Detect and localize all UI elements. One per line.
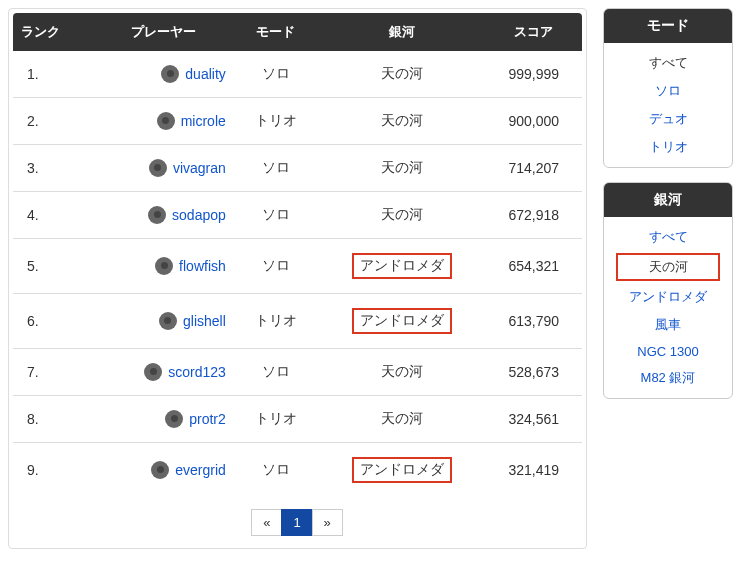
pager-current[interactable]: 1	[281, 509, 312, 536]
mode-cell: ソロ	[234, 349, 318, 396]
player-link[interactable]: protr2	[189, 411, 226, 427]
player-cell: evergrid	[101, 461, 226, 479]
galaxy-filter-item[interactable]: すべて	[608, 223, 728, 251]
galaxy-filter-panel: 銀河 すべて天の河アンドロメダ風車NGC 1300M82 銀河	[603, 182, 733, 399]
pager-next[interactable]: »	[312, 509, 343, 536]
mode-cell: ソロ	[234, 443, 318, 498]
col-mode: モード	[234, 13, 318, 51]
mode-filter-link[interactable]: デュオ	[649, 111, 688, 126]
galaxy-filter-item[interactable]: アンドロメダ	[608, 283, 728, 311]
mode-filter-item[interactable]: ソロ	[608, 77, 728, 105]
pager-prev[interactable]: «	[251, 509, 282, 536]
mode-filter-item[interactable]: トリオ	[608, 133, 728, 161]
mode-cell: トリオ	[234, 396, 318, 443]
avatar-icon	[161, 65, 179, 83]
table-row: 6.glishellトリオアンドロメダ613,790	[13, 294, 582, 349]
rank-cell: 6.	[13, 294, 93, 349]
player-link[interactable]: scord123	[168, 364, 226, 380]
galaxy-cell: アンドロメダ	[352, 457, 452, 483]
player-link[interactable]: duality	[185, 66, 225, 82]
score-cell: 654,321	[486, 239, 582, 294]
rank-cell: 8.	[13, 396, 93, 443]
table-row: 2.microleトリオ天の河900,000	[13, 98, 582, 145]
galaxy-filter-link[interactable]: アンドロメダ	[629, 289, 707, 304]
galaxy-filter-link[interactable]: 風車	[655, 317, 681, 332]
galaxy-cell-wrap: アンドロメダ	[318, 239, 486, 294]
score-cell: 714,207	[486, 145, 582, 192]
col-score: スコア	[486, 13, 582, 51]
mode-cell: トリオ	[234, 294, 318, 349]
galaxy-filter-title: 銀河	[604, 183, 732, 217]
leaderboard-table: ランク プレーヤー モード 銀河 スコア 1.dualityソロ天の河999,9…	[13, 13, 582, 497]
galaxy-filter-link[interactable]: すべて	[649, 229, 688, 244]
galaxy-cell: アンドロメダ	[352, 253, 452, 279]
galaxy-filter-item[interactable]: 天の河	[616, 253, 720, 281]
player-cell: duality	[101, 65, 226, 83]
galaxy-filter-item[interactable]: M82 銀河	[608, 364, 728, 392]
player-cell: flowfish	[101, 257, 226, 275]
avatar-icon	[155, 257, 173, 275]
player-link[interactable]: evergrid	[175, 462, 226, 478]
col-rank: ランク	[13, 13, 93, 51]
player-cell: vivagran	[101, 159, 226, 177]
mode-cell: ソロ	[234, 192, 318, 239]
avatar-icon	[149, 159, 167, 177]
table-row: 1.dualityソロ天の河999,999	[13, 51, 582, 98]
avatar-icon	[165, 410, 183, 428]
player-cell: scord123	[101, 363, 226, 381]
player-cell: protr2	[101, 410, 226, 428]
player-link[interactable]: glishell	[183, 313, 226, 329]
avatar-icon	[157, 112, 175, 130]
rank-cell: 3.	[13, 145, 93, 192]
rank-cell: 1.	[13, 51, 93, 98]
col-player: プレーヤー	[93, 13, 234, 51]
mode-filter-item[interactable]: デュオ	[608, 105, 728, 133]
score-cell: 324,561	[486, 396, 582, 443]
galaxy-cell: アンドロメダ	[352, 308, 452, 334]
rank-cell: 5.	[13, 239, 93, 294]
avatar-icon	[151, 461, 169, 479]
avatar-icon	[159, 312, 177, 330]
galaxy-cell-wrap: 天の河	[318, 396, 486, 443]
galaxy-filter-link[interactable]: M82 銀河	[641, 370, 696, 385]
galaxy-cell-wrap: アンドロメダ	[318, 294, 486, 349]
avatar-icon	[144, 363, 162, 381]
player-cell: microle	[101, 112, 226, 130]
avatar-icon	[148, 206, 166, 224]
galaxy-filter-item[interactable]: NGC 1300	[608, 339, 728, 364]
table-row: 5.flowfishソロアンドロメダ654,321	[13, 239, 582, 294]
mode-cell: ソロ	[234, 145, 318, 192]
mode-filter-link[interactable]: トリオ	[649, 139, 688, 154]
score-cell: 321,419	[486, 443, 582, 498]
table-row: 7.scord123ソロ天の河528,673	[13, 349, 582, 396]
table-row: 3.vivagranソロ天の河714,207	[13, 145, 582, 192]
rank-cell: 2.	[13, 98, 93, 145]
table-row: 8.protr2トリオ天の河324,561	[13, 396, 582, 443]
player-cell: glishell	[101, 312, 226, 330]
galaxy-cell-wrap: 天の河	[318, 349, 486, 396]
leaderboard-panel: ランク プレーヤー モード 銀河 スコア 1.dualityソロ天の河999,9…	[8, 8, 587, 549]
rank-cell: 7.	[13, 349, 93, 396]
mode-cell: トリオ	[234, 98, 318, 145]
player-link[interactable]: vivagran	[173, 160, 226, 176]
mode-filter-panel: モード すべてソロデュオトリオ	[603, 8, 733, 168]
galaxy-filter-item[interactable]: 風車	[608, 311, 728, 339]
galaxy-filter-link[interactable]: NGC 1300	[637, 344, 698, 359]
mode-filter-title: モード	[604, 9, 732, 43]
mode-cell: ソロ	[234, 239, 318, 294]
score-cell: 999,999	[486, 51, 582, 98]
mode-filter-item[interactable]: すべて	[608, 49, 728, 77]
score-cell: 900,000	[486, 98, 582, 145]
galaxy-cell-wrap: 天の河	[318, 51, 486, 98]
mode-filter-link[interactable]: ソロ	[655, 83, 681, 98]
score-cell: 528,673	[486, 349, 582, 396]
mode-cell: ソロ	[234, 51, 318, 98]
player-link[interactable]: microle	[181, 113, 226, 129]
pager: « 1 »	[13, 509, 582, 536]
rank-cell: 9.	[13, 443, 93, 498]
player-link[interactable]: flowfish	[179, 258, 226, 274]
galaxy-cell-wrap: アンドロメダ	[318, 443, 486, 498]
score-cell: 672,918	[486, 192, 582, 239]
galaxy-cell-wrap: 天の河	[318, 98, 486, 145]
player-link[interactable]: sodapop	[172, 207, 226, 223]
